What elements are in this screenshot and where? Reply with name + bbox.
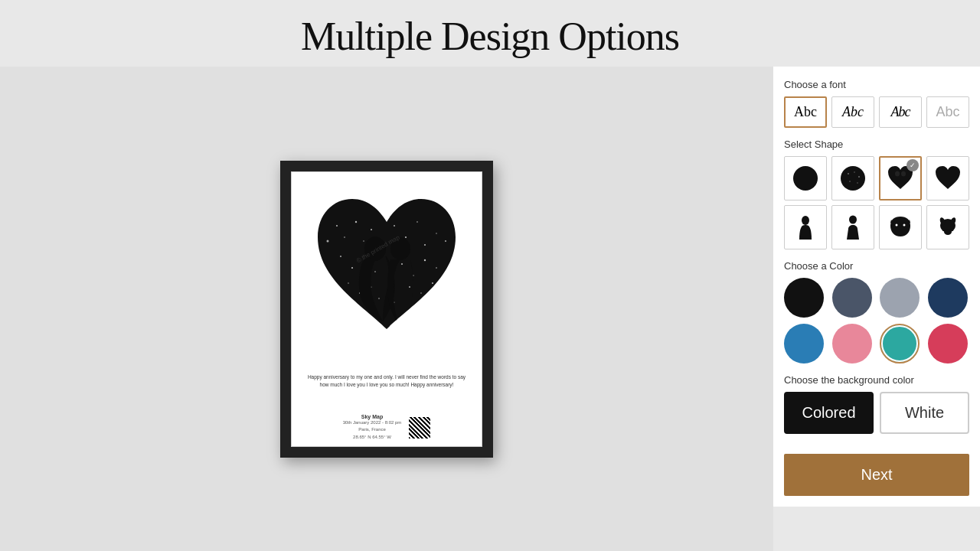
bg-btn-white[interactable]: White bbox=[880, 392, 969, 434]
font-btn-italic[interactable]: Abc bbox=[831, 96, 874, 128]
svg-point-7 bbox=[394, 225, 395, 227]
background-label: Choose the background color bbox=[784, 374, 969, 386]
svg-point-35 bbox=[841, 166, 865, 191]
preview-area: © the printed map Happy anniversary to m… bbox=[0, 67, 773, 551]
heart-silhouette: © the printed map bbox=[302, 180, 471, 348]
color-label: Choose a Color bbox=[784, 260, 969, 272]
font-options: Abc Abc Abc Abc bbox=[784, 96, 969, 128]
svg-point-43 bbox=[802, 216, 809, 225]
bg-btn-colored[interactable]: Colored bbox=[784, 392, 874, 434]
color-btn-black[interactable] bbox=[784, 278, 824, 318]
svg-point-29 bbox=[445, 240, 446, 242]
svg-point-10 bbox=[424, 244, 426, 246]
shape-btn-woman[interactable] bbox=[784, 205, 827, 249]
shape-btn-heart-solid[interactable] bbox=[926, 156, 969, 201]
svg-point-20 bbox=[348, 282, 348, 283]
svg-point-13 bbox=[351, 266, 353, 268]
svg-point-22 bbox=[371, 286, 371, 287]
svg-point-26 bbox=[378, 298, 380, 299]
selected-check: ✓ bbox=[906, 159, 919, 171]
svg-point-46 bbox=[903, 224, 906, 227]
shape-btn-man[interactable] bbox=[831, 205, 874, 249]
svg-point-4 bbox=[363, 240, 364, 241]
shape-btn-cat[interactable] bbox=[879, 205, 922, 249]
next-button[interactable]: Next bbox=[784, 454, 969, 496]
poster-title: Sky Map bbox=[343, 414, 402, 419]
color-btn-teal-blue[interactable] bbox=[784, 324, 824, 364]
svg-point-45 bbox=[896, 224, 898, 227]
svg-point-36 bbox=[848, 173, 849, 174]
svg-point-39 bbox=[849, 181, 851, 182]
shape-btn-circle-textured[interactable] bbox=[831, 156, 874, 201]
background-section: Choose the background color Colored Whit… bbox=[784, 374, 969, 434]
font-btn-serif[interactable]: Abc bbox=[784, 96, 827, 128]
color-btn-navy[interactable] bbox=[928, 278, 968, 318]
svg-point-15 bbox=[374, 271, 376, 272]
svg-point-37 bbox=[854, 171, 854, 172]
color-btn-teal[interactable] bbox=[880, 324, 920, 364]
shape-btn-dog[interactable] bbox=[926, 205, 969, 249]
svg-point-17 bbox=[413, 275, 413, 276]
color-btn-gray[interactable] bbox=[880, 278, 920, 318]
qr-code bbox=[409, 417, 430, 439]
font-label: Choose a font bbox=[784, 79, 969, 90]
shape-btn-circle-filled[interactable] bbox=[784, 156, 827, 201]
poster-footer: Sky Map 30th January 2022 - 8:02 pm Pari… bbox=[343, 414, 431, 442]
shape-section: Select Shape bbox=[784, 139, 969, 249]
color-btn-pink[interactable] bbox=[832, 324, 872, 364]
next-btn-wrap: Next bbox=[773, 446, 980, 507]
svg-point-38 bbox=[858, 176, 860, 178]
svg-point-16 bbox=[401, 263, 403, 265]
svg-point-41 bbox=[895, 171, 900, 177]
svg-point-19 bbox=[436, 267, 437, 269]
svg-point-18 bbox=[424, 259, 426, 260]
color-btn-crimson[interactable] bbox=[928, 324, 968, 364]
svg-point-24 bbox=[420, 292, 421, 293]
font-section: Choose a font Abc Abc Abc Abc bbox=[784, 79, 969, 128]
svg-point-44 bbox=[849, 216, 857, 224]
color-options bbox=[784, 278, 969, 364]
poster-frame: © the printed map Happy anniversary to m… bbox=[280, 161, 493, 458]
options-panel: Choose a font Abc Abc Abc Abc Select Sha… bbox=[773, 67, 980, 446]
svg-point-25 bbox=[432, 282, 433, 284]
svg-point-28 bbox=[327, 240, 329, 242]
svg-point-42 bbox=[901, 171, 906, 177]
svg-point-8 bbox=[405, 236, 407, 237]
shape-btn-heart-couple[interactable]: ✓ bbox=[879, 156, 922, 201]
shape-label: Select Shape bbox=[784, 139, 969, 150]
svg-point-27 bbox=[394, 302, 394, 302]
svg-point-23 bbox=[409, 286, 410, 288]
shape-options: ✓ bbox=[784, 156, 969, 249]
svg-point-30 bbox=[386, 214, 387, 215]
svg-point-11 bbox=[436, 233, 436, 233]
poster-coordinates: 28.65° N 64.55° W bbox=[343, 434, 402, 442]
font-btn-condensed[interactable]: Abc bbox=[879, 96, 922, 128]
svg-point-40 bbox=[857, 182, 858, 183]
poster-location: Paris, France bbox=[343, 426, 402, 434]
svg-point-1 bbox=[336, 225, 338, 227]
svg-point-2 bbox=[344, 236, 345, 238]
font-btn-sans[interactable]: Abc bbox=[926, 96, 969, 128]
color-btn-dark-gray[interactable] bbox=[832, 278, 872, 318]
svg-point-12 bbox=[340, 256, 341, 257]
svg-point-50 bbox=[944, 229, 952, 235]
background-options: Colored White bbox=[784, 392, 969, 434]
svg-point-34 bbox=[793, 166, 818, 191]
color-section: Choose a Color bbox=[784, 260, 969, 364]
svg-point-5 bbox=[371, 229, 372, 230]
poster-inner: © the printed map Happy anniversary to m… bbox=[291, 171, 482, 447]
poster-main-text: Happy anniversary to my one and only. I … bbox=[299, 373, 474, 389]
svg-point-9 bbox=[416, 221, 418, 223]
poster-date: 30th January 2022 - 8:02 pm bbox=[343, 419, 402, 427]
page-title: Multiple Design Options bbox=[0, 0, 980, 67]
svg-point-3 bbox=[355, 220, 357, 222]
